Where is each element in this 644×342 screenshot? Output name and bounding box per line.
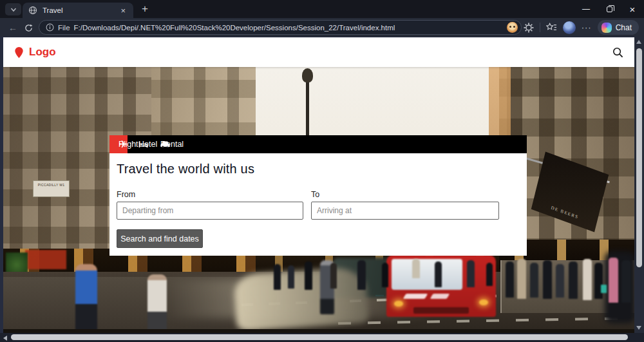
tab-title: Travel (43, 6, 113, 14)
pedestrian-crowd-center (274, 252, 506, 295)
booking-widget-tabbar: Flight Hotel (109, 135, 527, 153)
pedestrian (543, 260, 552, 299)
bus-headlight (479, 299, 488, 305)
restore-icon (607, 6, 612, 12)
chat-button-label: Chat (616, 23, 632, 32)
profile-avatar[interactable] (563, 21, 576, 34)
address-url: F:/Downloads/Depi/.NET%20Full%20Stack%20… (74, 24, 504, 32)
vertical-scrollbar[interactable] (634, 37, 644, 333)
new-tab-button[interactable]: + (138, 2, 152, 16)
storefront-red-sign (25, 250, 66, 269)
pedestrian (530, 263, 538, 298)
search-dates-button[interactable]: Search and find dates (117, 229, 203, 248)
extension-gear-icon[interactable] (524, 23, 534, 33)
pedestrian (288, 265, 294, 289)
site-logo[interactable]: Logo (29, 46, 56, 59)
to-input[interactable] (311, 202, 499, 220)
chevron-down-icon (10, 7, 17, 12)
pedestrian (506, 261, 514, 298)
address-protocol-label: File (58, 24, 70, 32)
pedestrian (569, 261, 578, 299)
pedestrian (382, 263, 388, 287)
browser-content-area: Logo PICCADILLY W1 DE BEERS (0, 37, 644, 333)
browser-titlebar: Travel × + — × (0, 0, 644, 18)
pedestrian (330, 263, 337, 289)
tab-search-button[interactable] (5, 3, 21, 15)
tab-close-button[interactable]: × (118, 6, 128, 15)
copilot-icon (601, 23, 612, 33)
pedestrian (412, 259, 420, 278)
favorites-bar-icon[interactable] (546, 23, 557, 32)
to-field-group: To (311, 190, 499, 220)
pedestrian (583, 259, 592, 300)
toolbar-divider (540, 23, 540, 32)
tab-flight[interactable]: Flight (109, 135, 128, 153)
address-bar[interactable]: File F:/Downloads/Depi/.NET%20Full%20Sta… (39, 20, 522, 35)
minimize-button[interactable]: — (574, 0, 598, 18)
info-icon (46, 23, 54, 32)
back-button[interactable]: ← (6, 21, 19, 34)
from-field-group: From (117, 190, 303, 220)
widget-heading: Travel the world with us (117, 162, 254, 176)
pedestrian-blue-jacket (75, 264, 97, 331)
globe-icon (28, 6, 37, 15)
pedestrian-crowd-right (504, 258, 633, 314)
pedestrian (517, 259, 526, 299)
pedestrian (467, 260, 475, 287)
tab-rental-label: Rental (160, 140, 184, 149)
pedestrian-white-coat (147, 274, 167, 331)
piccadilly-street-sign: PICCADILLY W1 (33, 180, 70, 197)
scroll-left-arrow[interactable] (3, 336, 7, 341)
window-controls: — × (574, 0, 644, 18)
bus-grill (413, 307, 469, 314)
search-icon (612, 47, 623, 58)
vertical-scrollbar-thumb[interactable] (636, 48, 642, 267)
pedestrian (305, 261, 312, 290)
map-pin-icon (14, 46, 24, 59)
pedestrian (594, 263, 603, 299)
pedestrian (621, 260, 631, 303)
hero-street-photo: PICCADILLY W1 DE BEERS MONEY (3, 67, 634, 333)
site-search-button[interactable] (612, 47, 623, 58)
pedestrian (556, 264, 564, 298)
restore-button[interactable] (598, 0, 621, 18)
horizontal-scrollbar[interactable] (0, 333, 644, 342)
pedestrian (357, 260, 366, 290)
page-viewport: Logo PICCADILLY W1 DE BEERS (3, 37, 634, 333)
booking-widget-panel: Travel the world with us From To Search … (109, 153, 527, 256)
horizontal-scrollbar-thumb[interactable] (11, 334, 628, 340)
settings-menu-button[interactable]: ··· (582, 23, 592, 32)
extension-face-icon[interactable] (507, 22, 518, 33)
to-label: To (311, 190, 499, 199)
site-header: Logo (3, 37, 634, 67)
tab-hotel[interactable]: Hotel (128, 135, 149, 153)
browser-tab-travel[interactable]: Travel × (23, 3, 133, 18)
browser-window: Travel × + — × ← File F:/Downloads/Depi/… (0, 0, 644, 342)
from-input[interactable] (117, 202, 303, 220)
tab-rental[interactable]: Rental (149, 135, 171, 153)
scroll-up-arrow[interactable] (636, 40, 641, 44)
pedestrian (435, 261, 442, 287)
pedestrian (274, 264, 281, 290)
browser-toolbar: ← File F:/Downloads/Depi/.NET%20Full%20S… (0, 18, 644, 37)
refresh-icon (24, 24, 33, 32)
refresh-button[interactable] (22, 21, 35, 34)
window-close-button[interactable]: × (621, 0, 644, 18)
toolbar-icon-row: ··· Chat (507, 20, 639, 35)
chat-button[interactable]: Chat (598, 20, 639, 35)
bus-headlight (394, 301, 403, 307)
pedestrian-shopping-bag (601, 285, 607, 293)
from-label: From (117, 190, 303, 199)
pedestrian-pink-coat (609, 258, 618, 303)
pedestrian (486, 263, 493, 286)
scroll-down-arrow[interactable] (636, 326, 641, 330)
